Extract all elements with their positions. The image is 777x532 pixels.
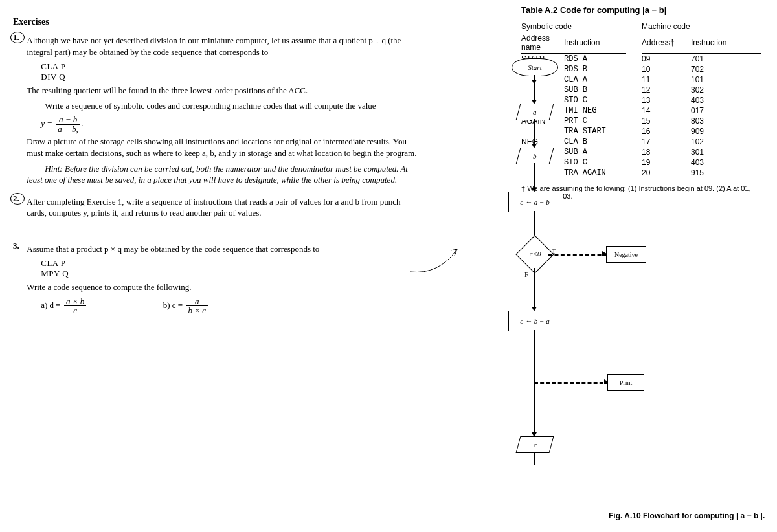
ex3-para2: Write a code sequence to compute the fol… bbox=[27, 282, 422, 293]
exercise-1-number: 1. bbox=[13, 32, 25, 43]
exercise-2-number: 2. bbox=[13, 194, 25, 204]
ex1-para1: Although we have not yet described divis… bbox=[27, 35, 422, 58]
ex1-frac-den: a + b, bbox=[56, 125, 80, 134]
flow-print: Print bbox=[607, 374, 644, 391]
exercises-column: Exercises 1. Although we have not yet de… bbox=[13, 17, 434, 315]
ex3-code-cla: CLA P bbox=[41, 258, 422, 269]
ex1-para3: Write a sequence of symbolic codes and c… bbox=[27, 100, 422, 112]
flow-F-label: F bbox=[524, 271, 528, 278]
ex2-para1: After completing Exercise 1, write a seq… bbox=[27, 196, 422, 219]
ex3a-num: a × b bbox=[64, 297, 86, 307]
ex1-para4: Draw a picture of the storage cells show… bbox=[27, 136, 422, 159]
flow-b: b bbox=[516, 148, 554, 164]
ex3-code-mpy: MPY Q bbox=[41, 269, 422, 279]
ex1-hint: Hint: Before the division can be carried… bbox=[27, 163, 422, 186]
exercise-2: 2. After completing Exercise 1, write a … bbox=[13, 194, 434, 223]
ex3-equations: a) d = a × b c b) c = a b × c bbox=[41, 297, 422, 315]
flow-c-a-b: c ← a − b bbox=[508, 192, 561, 212]
exercise-1: 1. Although we have not yet described di… bbox=[13, 32, 434, 190]
ex1-equation: y = a − b a + b, . bbox=[41, 115, 422, 133]
ex1-code-div: DIV Q bbox=[41, 72, 422, 82]
ex1-para2: The resulting quotient will be found in … bbox=[27, 85, 422, 96]
flow-start: Start bbox=[512, 58, 558, 76]
col-addr: Address† bbox=[642, 32, 691, 54]
ex3b-den: b × c bbox=[186, 306, 208, 315]
flow-c-b-a: c ← b − a bbox=[508, 311, 561, 331]
ex3b-num: a bbox=[186, 297, 208, 307]
flow-c-output: c bbox=[516, 436, 554, 453]
table-title: Table A.2 Code for computing |a − b| bbox=[521, 5, 774, 15]
ex1-code-cla: CLA P bbox=[41, 61, 422, 72]
ex1-frac-num: a − b bbox=[56, 115, 80, 125]
col-instr-m: Instruction bbox=[691, 32, 761, 54]
col-instr-sym: Instruction bbox=[564, 32, 626, 54]
flow-negative-ref: Negative bbox=[606, 246, 646, 263]
exercise-3-number: 3. bbox=[13, 241, 25, 251]
flowchart: Start a b c ← a − b c<0 T F Negative c ←… bbox=[453, 58, 635, 511]
col-addrname: Address name bbox=[521, 32, 564, 54]
exercise-3: 3. Assume that a product p × q may be ob… bbox=[13, 241, 434, 315]
ex3b-label: b) c = bbox=[163, 300, 183, 310]
mach-code-hdr: Machine code bbox=[642, 21, 761, 32]
figure-caption: Fig. A.10 Flowchart for computing | a − … bbox=[609, 511, 765, 520]
ex3-para1: Assume that a product p × q may be obtai… bbox=[27, 243, 422, 255]
flow-a: a bbox=[516, 104, 554, 120]
ex3a-den: c bbox=[64, 306, 86, 315]
sym-code-hdr: Symbolic code bbox=[521, 21, 626, 32]
exercises-heading: Exercises bbox=[13, 17, 434, 27]
ex3a-label: a) d = bbox=[41, 300, 60, 310]
